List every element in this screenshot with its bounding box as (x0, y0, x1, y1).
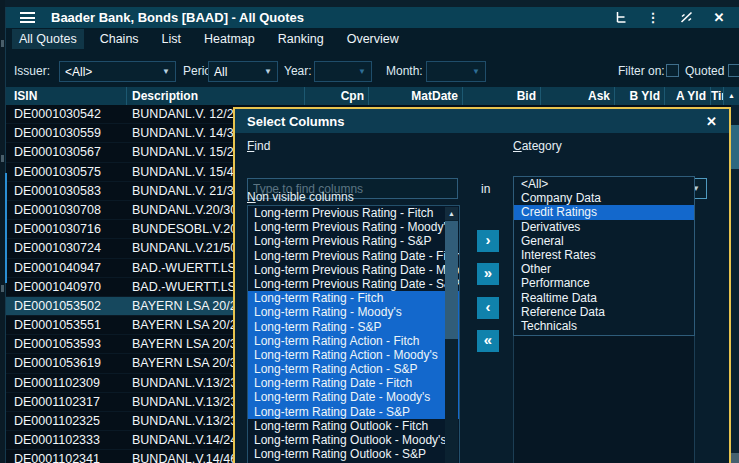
category-option-all[interactable]: <All> (514, 177, 694, 191)
column-option[interactable]: Long-term Rating - Fitch (248, 291, 459, 305)
in-label: in (481, 182, 490, 196)
non-visible-columns-items: Long-term Previous Rating - FitchLong-te… (248, 206, 459, 461)
tab-chains[interactable]: Chains (93, 29, 146, 49)
column-header-b-yld[interactable]: B Yld (612, 87, 665, 105)
table-scrollbar[interactable] (731, 105, 739, 463)
column-option[interactable]: Long-term Rating Outlook - Fitch (248, 419, 459, 433)
kebab-menu-icon[interactable]: ⋮ (645, 10, 661, 26)
scroll-up-icon[interactable]: ▲ (723, 87, 739, 105)
isin-cell: DE0001030567 (14, 143, 126, 162)
category-option-interest-rates[interactable]: Interest Rates (514, 248, 694, 262)
table-scrollbar-thumb[interactable] (731, 125, 739, 169)
column-option[interactable]: Long-term Rating Date - Fitch (248, 376, 459, 390)
column-option[interactable]: Long-term Rating - S&P (248, 320, 459, 334)
isin-cell: DE0001030542 (14, 105, 126, 124)
column-option[interactable]: Long-term Rating Action - Moody's (248, 348, 459, 362)
category-option-technicals[interactable]: Technicals (514, 319, 694, 333)
move-all-right-button[interactable]: » (477, 263, 499, 285)
background-window-sliver-top (0, 0, 739, 7)
list-scrollbar[interactable]: ▲ (445, 207, 458, 463)
column-header-a-yld[interactable]: A Yld (662, 87, 711, 105)
column-header-bid[interactable]: Bid (464, 87, 541, 105)
close-icon[interactable]: ✕ (711, 10, 727, 26)
menu-icon[interactable] (20, 12, 35, 23)
isin-cell: DE0001102341 (14, 450, 126, 463)
period-dropdown[interactable]: All ▼ (208, 61, 278, 82)
tab-heatmap[interactable]: Heatmap (197, 29, 262, 49)
tab-ranking[interactable]: Ranking (271, 29, 331, 49)
scroll-up-icon[interactable]: ▲ (445, 207, 458, 220)
column-option[interactable]: Long-term Previous Rating - S&P (248, 234, 459, 248)
focus-indicator-line (5, 173, 7, 283)
tab-list[interactable]: List (155, 29, 188, 49)
column-header-isin[interactable]: ISIN (14, 87, 127, 105)
dialog-titlebar[interactable]: Select Columns ✕ (235, 109, 729, 133)
category-dropdown-list: <All>Company DataCredit RatingsDerivativ… (513, 176, 695, 336)
column-option[interactable]: Long-term Previous Rating Date - Fitch (248, 249, 459, 263)
column-option[interactable]: Long-term Rating Date - Moody's (248, 390, 459, 404)
category-option-company-data[interactable]: Company Data (514, 191, 694, 205)
column-option[interactable]: Long-term Previous Rating Date - Moody's (248, 263, 459, 277)
tab-overview[interactable]: Overview (340, 29, 406, 49)
unlink-icon[interactable] (678, 10, 694, 26)
move-left-button[interactable]: ‹ (477, 297, 499, 319)
quoted-checkbox[interactable] (728, 64, 739, 77)
column-option[interactable]: Long-term Previous Rating - Fitch (248, 206, 459, 220)
chevron-down-icon: ▼ (472, 67, 480, 76)
isin-cell: DE0001053593 (14, 335, 126, 354)
category-option-general[interactable]: General (514, 234, 694, 248)
column-header-ask[interactable]: Ask (538, 87, 615, 105)
category-option-other[interactable]: Other (514, 262, 694, 276)
column-header-matdate[interactable]: MatDate (370, 87, 463, 105)
background-fragment (1, 155, 4, 162)
list-scrollbar-thumb[interactable] (445, 221, 458, 339)
isin-cell: DE0001030583 (14, 182, 126, 201)
filter-bar: Issuer: <All> ▼ Period: All ▼ Year: ▼ Mo… (6, 50, 739, 87)
select-columns-dialog: Select Columns ✕ Find in Category Credit… (233, 107, 731, 463)
category-option-performance[interactable]: Performance (514, 276, 694, 290)
tab-all-quotes[interactable]: All Quotes (12, 29, 84, 49)
isin-cell: DE0001053619 (14, 354, 126, 373)
column-option[interactable]: Long-term Rating - Moody's (248, 305, 459, 319)
column-option[interactable]: Long-term Rating Date - S&P (248, 405, 459, 419)
chevron-down-icon: ▼ (162, 67, 170, 76)
visible-columns-list[interactable] (513, 335, 695, 463)
isin-cell: DE0001030575 (14, 163, 126, 182)
chevron-down-icon: ▼ (264, 67, 272, 76)
issuer-label: Issuer: (14, 64, 50, 78)
month-label: Month: (386, 64, 423, 78)
year-label: Year: (284, 64, 312, 78)
dialog-close-icon[interactable]: ✕ (706, 114, 717, 129)
table-scrollbar-bottom[interactable] (731, 453, 739, 463)
non-visible-columns-label: Non visible columns (247, 190, 354, 204)
category-option-credit-ratings[interactable]: Credit Ratings (514, 205, 694, 219)
year-dropdown[interactable]: ▼ (314, 61, 372, 82)
column-option[interactable]: Long-term Previous Rating Date - S&P (248, 277, 459, 291)
quoted-label: Quoted (685, 64, 724, 78)
issuer-dropdown[interactable]: <All> ▼ (59, 61, 176, 82)
filter-on-checkbox[interactable] (666, 64, 679, 77)
category-option-realtime-data[interactable]: Realtime Data (514, 291, 694, 305)
column-header-cpn[interactable]: Cpn (306, 87, 369, 105)
isin-cell: DE0001030708 (14, 201, 126, 220)
period-value: All (214, 65, 227, 79)
column-option[interactable]: Long-term Rating Outlook - Moody's (248, 433, 459, 447)
column-option[interactable]: Long-term Rating Outlook - S&P (248, 447, 459, 461)
month-dropdown[interactable]: ▼ (426, 61, 486, 82)
isin-cell: DE0001030716 (14, 220, 126, 239)
table-header: ISINDescriptionCpnMatDateBidAskB YldA Yl… (6, 87, 739, 105)
category-option-derivatives[interactable]: Derivatives (514, 220, 694, 234)
move-right-button[interactable]: › (477, 230, 499, 252)
isin-cell: DE0001030724 (14, 239, 126, 258)
window-titlebar[interactable]: Baader Bank, Bonds [BAAD] - All Quotes ⋮… (6, 7, 739, 28)
isin-cell: DE0001040970 (14, 278, 126, 297)
move-all-left-button[interactable]: « (477, 330, 499, 352)
column-option[interactable]: Long-term Rating Action - S&P (248, 362, 459, 376)
isin-cell: DE0001102333 (14, 431, 126, 450)
tree-layout-icon[interactable] (612, 10, 628, 26)
column-option[interactable]: Long-term Rating Action - Fitch (248, 334, 459, 348)
dialog-title: Select Columns (247, 114, 345, 129)
column-option[interactable]: Long-term Previous Rating - Moody's (248, 220, 459, 234)
column-header-description[interactable]: Description (132, 87, 305, 105)
category-option-reference-data[interactable]: Reference Data (514, 305, 694, 319)
